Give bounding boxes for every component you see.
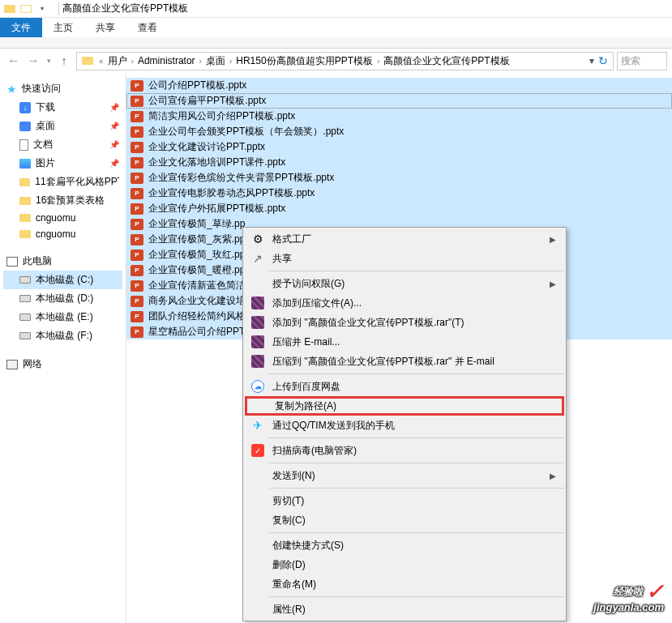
folder-icon — [19, 214, 31, 222]
menu-item[interactable]: ✈通过QQ/TIM发送到我的手机 — [245, 416, 564, 435]
file-row[interactable]: P企业文化落地培训PPT课件.pptx — [126, 155, 672, 170]
powerpoint-icon: P — [131, 126, 143, 138]
sidebar-item-folder-4[interactable]: cnguomu — [3, 226, 122, 242]
sidebar-drive-d[interactable]: 本地磁盘 (D:) — [3, 289, 122, 308]
up-icon[interactable]: ↑ — [55, 52, 73, 70]
crumb-admin[interactable]: Administrator — [136, 55, 197, 66]
powerpoint-icon: P — [131, 296, 143, 307]
menu-item[interactable]: ✓扫描病毒(电脑管家) — [245, 441, 564, 460]
tab-view[interactable]: 查看 — [126, 18, 169, 37]
tab-share[interactable]: 共享 — [84, 18, 126, 37]
file-name: 企业宣传极简_草绿.pp — [148, 217, 245, 231]
share-icon: ↗ — [253, 252, 263, 265]
file-row[interactable]: P企业宣传彩色缤纷文件夹背景PPT模板.pptx — [126, 170, 672, 186]
file-name: 企业宣传极简_玫红.pp — [148, 248, 245, 262]
menu-item[interactable]: ⚙格式工厂▶ — [245, 229, 564, 249]
menu-label: 扫描病毒(电脑管家) — [272, 444, 556, 458]
sidebar-item-desktop[interactable]: 桌面📌 — [3, 117, 122, 135]
file-name: 企业文化落地培训PPT课件.pptx — [148, 156, 285, 169]
menu-item[interactable]: 属性(R) — [245, 600, 564, 619]
sidebar-drive-f[interactable]: 本地磁盘 (F:) — [3, 326, 122, 345]
rar-icon-slot — [250, 353, 266, 369]
menu-separator — [269, 532, 564, 533]
powerpoint-icon: P — [131, 188, 143, 199]
crumb-desktop[interactable]: 桌面 — [204, 54, 227, 68]
menu-item[interactable]: 添加到压缩文件(A)... — [245, 293, 564, 313]
menu-item[interactable]: ☁上传到百度网盘 — [245, 377, 564, 396]
tab-file[interactable]: 文件 — [0, 18, 42, 37]
pin-icon: 📌 — [109, 140, 119, 149]
file-row[interactable]: P企业文化建设讨论PPT.pptx — [126, 139, 672, 155]
file-name: 企业宣传电影胶卷动态风PPT模板.pptx — [148, 186, 315, 200]
menu-item[interactable]: 添加到 "高颜值企业文化宣传PPT模板.rar"(T) — [245, 313, 564, 332]
search-input[interactable]: 搜索 — [617, 52, 667, 70]
file-row[interactable]: P公司介绍PPT模板.pptx — [126, 78, 672, 93]
document-icon — [19, 139, 28, 151]
menu-item[interactable]: 删除(D) — [245, 555, 564, 574]
qat-dropdown[interactable]: ▾ — [36, 2, 49, 15]
folder-icon — [19, 197, 31, 205]
breadcrumb[interactable]: « 用户 › Administrator › 桌面 › HR150份高颜值超实用… — [76, 52, 614, 70]
sidebar-drive-c[interactable]: 本地磁盘 (C:) — [3, 271, 122, 289]
winrar-icon — [251, 297, 264, 309]
sidebar-item-documents[interactable]: 文档📌 — [3, 135, 122, 154]
file-row[interactable]: P简洁实用风公司介绍PPT模板.pptx — [126, 109, 672, 124]
tab-home[interactable]: 主页 — [42, 18, 84, 37]
share-icon-slot: ↗ — [250, 250, 266, 267]
shield-icon-slot: ✓ — [250, 442, 266, 459]
menu-item[interactable]: 压缩并 E-mail... — [245, 332, 564, 352]
menu-item[interactable]: 复制为路径(A) — [245, 396, 564, 416]
menu-label: 共享 — [272, 252, 556, 266]
this-pc-section: 此电脑 本地磁盘 (C:) 本地磁盘 (D:) 本地磁盘 (E:) 本地磁盘 (… — [3, 252, 122, 345]
file-name: 星空精品公司介绍PPT — [148, 325, 245, 339]
sidebar-item-downloads[interactable]: ↓下载📌 — [3, 98, 122, 117]
file-row[interactable]: P企业公司年会颁奖PPT模板（年会颁奖）.pptx — [126, 124, 672, 139]
recent-dropdown-icon[interactable]: ▾ — [44, 52, 54, 70]
sidebar-network[interactable]: 网络 — [3, 355, 122, 373]
menu-item[interactable]: 创建快捷方式(S) — [245, 536, 564, 555]
sidebar-item-folder-1[interactable]: 11套扁平化风格PPT — [3, 173, 122, 191]
file-row[interactable]: P企业宣传电影胶卷动态风PPT模板.pptx — [126, 186, 672, 201]
watermark: 经验啦✓ jingyanla.com — [593, 579, 664, 613]
file-row[interactable]: P公司宣传扁平PPT模板.pptx — [126, 93, 672, 109]
sidebar-drive-e[interactable]: 本地磁盘 (E:) — [3, 308, 122, 326]
divider — [58, 2, 59, 15]
powerpoint-icon: P — [131, 311, 143, 322]
crumb-hr150[interactable]: HR150份高颜值超实用PPT模板 — [234, 54, 375, 68]
menu-item[interactable]: 复制(C) — [245, 510, 564, 530]
pin-icon: 📌 — [109, 159, 119, 168]
file-name: 公司介绍PPT模板.pptx — [148, 79, 246, 92]
back-icon[interactable]: ← — [5, 52, 23, 70]
network-icon — [6, 360, 18, 369]
drive-icon — [19, 295, 31, 302]
menu-item[interactable]: 剪切(T) — [245, 491, 564, 510]
chevron-down-icon[interactable]: ▾ — [587, 55, 597, 66]
ribbon-tabs: 文件 主页 共享 查看 — [0, 18, 672, 37]
powerpoint-icon: P — [131, 96, 143, 107]
baidu-icon: ☁ — [251, 380, 264, 393]
file-name: 企业公司年会颁奖PPT模板（年会颁奖）.pptx — [148, 125, 344, 139]
blank-icon-slot — [250, 601, 266, 617]
crumb-users[interactable]: 用户 — [106, 54, 129, 68]
blank-icon-slot — [252, 398, 268, 414]
menu-item[interactable]: ↗共享 — [245, 249, 564, 268]
chevron-icon[interactable]: « — [96, 57, 106, 66]
powerpoint-icon: P — [131, 326, 143, 338]
blank-icon-slot — [250, 557, 266, 573]
powerpoint-icon: P — [131, 173, 143, 184]
menu-item[interactable]: 重命名(M) — [245, 574, 564, 594]
sidebar-item-pictures[interactable]: 图片📌 — [3, 154, 122, 173]
file-row[interactable]: P企业宣传户外拓展PPT模板.pptx — [126, 201, 672, 216]
refresh-icon[interactable]: ↻ — [598, 54, 608, 67]
menu-item[interactable]: 授予访问权限(G)▶ — [245, 274, 564, 293]
sidebar-item-folder-3[interactable]: cnguomu — [3, 210, 122, 226]
menu-item[interactable]: 压缩到 "高颜值企业文化宣传PPT模板.rar" 并 E-mail — [245, 352, 564, 371]
crumb-current[interactable]: 高颜值企业文化宣传PPT模板 — [382, 54, 511, 68]
menu-label: 上传到百度网盘 — [272, 380, 556, 394]
sidebar-item-folder-2[interactable]: 16套预算类表格 — [3, 191, 122, 210]
drive-icon — [19, 276, 31, 284]
forward-icon[interactable]: → — [24, 52, 42, 70]
menu-item[interactable]: 发送到(N)▶ — [245, 466, 564, 485]
sidebar-quick-access[interactable]: ★ 快速访问 — [3, 79, 122, 98]
sidebar-this-pc[interactable]: 此电脑 — [3, 252, 122, 271]
